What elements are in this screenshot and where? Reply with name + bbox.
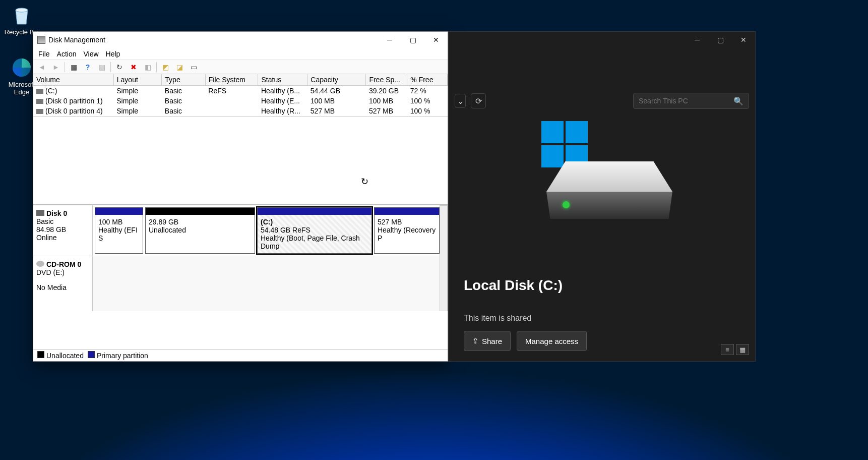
search-box[interactable]: 🔍 [633, 93, 749, 109]
disk-icon [36, 210, 44, 216]
disk-0-label[interactable]: Disk 0 Basic 84.98 GB Online [33, 205, 93, 256]
help-topics-button[interactable]: ? [82, 62, 93, 73]
forward-button: ► [50, 62, 61, 73]
cdrom-icon [36, 261, 44, 267]
fx-titlebar[interactable]: ─ ▢ ✕ [449, 32, 755, 48]
column-header[interactable]: Type [162, 74, 205, 86]
dm-menubar: File Action View Help [33, 48, 448, 60]
partition-block[interactable]: 527 MBHealthy (Recovery P [374, 207, 440, 254]
windows-logo-icon [541, 121, 588, 167]
search-icon: 🔍 [733, 96, 743, 106]
cdrom-0-label[interactable]: CD-ROM 0 DVD (E:) No Media [33, 256, 93, 311]
toolbar-list-button[interactable]: ▭ [188, 62, 199, 73]
menu-action[interactable]: Action [57, 50, 77, 58]
toolbar-settings-a[interactable]: ◩ [160, 62, 171, 73]
fx-minimize-button[interactable]: ─ [686, 32, 709, 48]
view-details-button[interactable]: ≡ [721, 344, 734, 355]
menu-help[interactable]: Help [106, 50, 120, 58]
drive-led-icon [563, 201, 570, 208]
volume-icon [36, 89, 43, 94]
search-input[interactable] [639, 97, 733, 105]
fx-addressbar: ⌄ ⟳ 🔍 [449, 91, 755, 111]
table-header-row: VolumeLayoutTypeFile SystemStatusCapacit… [33, 74, 448, 86]
column-header[interactable]: Layout [113, 74, 162, 86]
disk-management-window: Disk Management ─ ▢ ✕ File Action View H… [33, 31, 448, 362]
toolbar-action-a: ◧ [142, 62, 153, 73]
table-row[interactable]: (C:)SimpleBasicReFSHealthy (B...54.44 GB… [33, 86, 448, 96]
maximize-button[interactable]: ▢ [401, 32, 424, 48]
view-tiles-button[interactable]: ▦ [736, 344, 749, 355]
menu-file[interactable]: File [38, 50, 50, 58]
table-row[interactable]: (Disk 0 partition 1)SimpleBasicHealthy (… [33, 96, 448, 106]
dm-titlebar[interactable]: Disk Management ─ ▢ ✕ [33, 32, 448, 48]
disk-0-row: Disk 0 Basic 84.98 GB Online 100 MBHealt… [33, 205, 448, 256]
column-header[interactable]: Free Sp... [366, 74, 407, 86]
column-header[interactable]: File System [205, 74, 258, 86]
volume-icon [36, 109, 43, 114]
back-button: ◄ [36, 62, 47, 73]
table-row[interactable]: (Disk 0 partition 4)SimpleBasicHealthy (… [33, 106, 448, 116]
legend-swatch-primary [88, 351, 95, 358]
share-icon: ⇪ [472, 336, 479, 346]
address-dropdown[interactable]: ⌄ [455, 94, 466, 108]
disk-management-icon [37, 36, 45, 44]
properties-button: ▤ [96, 62, 107, 73]
column-header[interactable]: Capacity [307, 74, 366, 86]
svg-point-0 [16, 8, 28, 12]
legend-swatch-unallocated [37, 351, 44, 358]
disk-0-partitions: 100 MBHealthy (EFI S29.89 GBUnallocated(… [93, 205, 448, 256]
fx-body: Local Disk (C:) This item is shared ⇪Sha… [449, 111, 755, 361]
volume-list-area: VolumeLayoutTypeFile SystemStatusCapacit… [33, 74, 448, 205]
dm-legend: Unallocated Primary partition [33, 349, 448, 361]
window-title: Disk Management [48, 36, 105, 44]
column-header[interactable]: Status [258, 74, 307, 86]
refresh-button[interactable]: ⟳ [471, 93, 486, 108]
explorer-window: ─ ▢ ✕ ⌄ ⟳ 🔍 Local Disk (C:) This item is… [448, 31, 756, 362]
volume-table: VolumeLayoutTypeFile SystemStatusCapacit… [33, 74, 448, 117]
partition-block[interactable]: 29.89 GBUnallocated [145, 207, 255, 254]
drive-illustration [531, 121, 672, 227]
fx-close-button[interactable]: ✕ [732, 32, 755, 48]
column-header[interactable]: Volume [33, 74, 113, 86]
manage-access-button[interactable]: Manage access [517, 331, 587, 351]
disk-graphics-area: Disk 0 Basic 84.98 GB Online 100 MBHealt… [33, 205, 448, 349]
refresh-button[interactable]: ↻ [114, 62, 125, 73]
edge-icon [10, 55, 34, 80]
loading-cursor-icon: ↻ [361, 176, 368, 187]
partition-block[interactable]: 100 MBHealthy (EFI S [95, 207, 143, 254]
fx-toolbar [449, 48, 755, 91]
share-button[interactable]: ⇪Share [464, 331, 511, 351]
show-hide-console-button[interactable]: ▦ [68, 62, 79, 73]
column-header[interactable]: % Free [407, 74, 448, 86]
volume-icon [36, 99, 43, 104]
minimize-button[interactable]: ─ [378, 32, 401, 48]
graphics-scrollbar[interactable] [440, 205, 448, 311]
cdrom-partitions [93, 256, 448, 311]
partition-block[interactable]: (C:)54.48 GB ReFSHealthy (Boot, Page Fil… [257, 207, 372, 254]
dm-toolbar: ◄ ► ▦ ? ▤ ↻ ✖ ◧ ◩ ◪ ▭ [33, 60, 448, 74]
menu-view[interactable]: View [83, 50, 98, 58]
toolbar-settings-b[interactable]: ◪ [174, 62, 185, 73]
delete-button[interactable]: ✖ [128, 62, 139, 73]
recycle-bin-icon [10, 3, 34, 27]
fx-maximize-button[interactable]: ▢ [709, 32, 732, 48]
drive-heading: Local Disk (C:) [464, 277, 740, 294]
shared-status-text: This item is shared [464, 314, 740, 323]
cdrom-0-row: CD-ROM 0 DVD (E:) No Media [33, 256, 448, 311]
close-button[interactable]: ✕ [424, 32, 448, 48]
